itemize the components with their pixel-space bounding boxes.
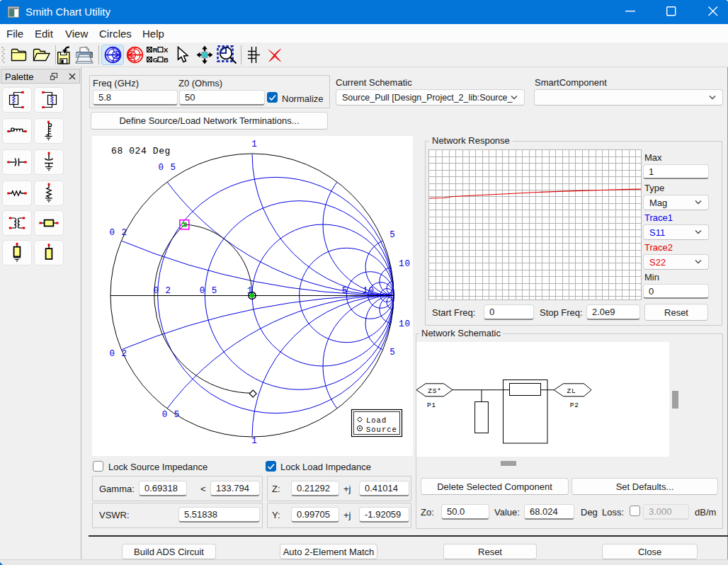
svg-text:Load: Load bbox=[366, 416, 387, 425]
svg-text:0 5: 0 5 bbox=[162, 410, 181, 420]
svg-text:68 024 Deg: 68 024 Deg bbox=[111, 146, 171, 156]
svg-text:X: X bbox=[164, 47, 169, 54]
svg-text:0 2: 0 2 bbox=[109, 349, 127, 359]
svg-text:1: 1 bbox=[251, 436, 258, 446]
svg-text:G: G bbox=[153, 56, 158, 63]
svg-text:5: 5 bbox=[389, 230, 396, 240]
svg-text:Source: Source bbox=[366, 426, 397, 434]
svg-text:R: R bbox=[153, 47, 158, 54]
svg-text:P1: P1 bbox=[427, 401, 436, 409]
svg-text:0 2: 0 2 bbox=[153, 286, 171, 296]
svg-text:5: 5 bbox=[389, 348, 396, 358]
svg-text:10: 10 bbox=[399, 319, 411, 329]
svg-text:B: B bbox=[164, 56, 169, 63]
svg-text:1: 1 bbox=[247, 286, 254, 296]
svg-text:0 2: 0 2 bbox=[109, 228, 127, 238]
svg-text:ZL: ZL bbox=[567, 387, 576, 395]
svg-text:ZS*: ZS* bbox=[428, 387, 442, 395]
svg-text:0 5: 0 5 bbox=[159, 163, 177, 173]
svg-text:10: 10 bbox=[363, 286, 375, 296]
svg-text:P2: P2 bbox=[570, 401, 579, 409]
svg-text:5: 5 bbox=[342, 286, 348, 296]
svg-text:10: 10 bbox=[399, 259, 411, 269]
svg-text:0 5: 0 5 bbox=[200, 286, 218, 296]
svg-text:1: 1 bbox=[251, 139, 258, 149]
